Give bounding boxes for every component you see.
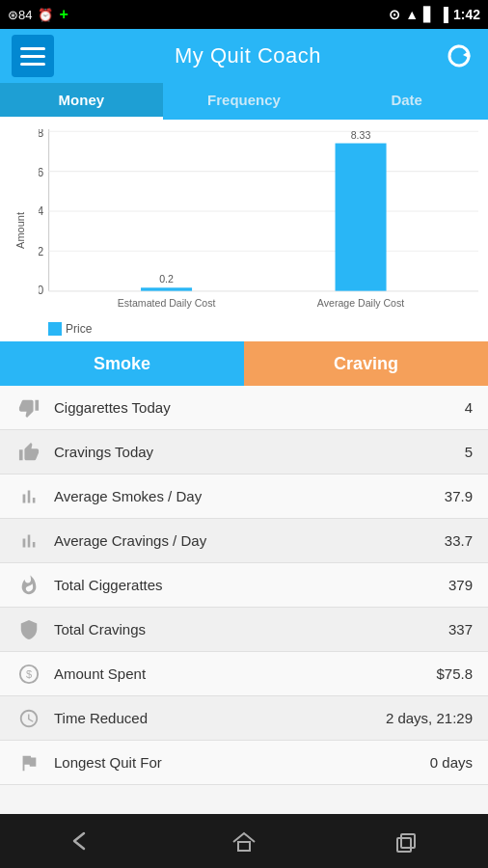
stat-row-avg-cravings: Average Cravings / Day 33.7: [0, 519, 488, 563]
flag-icon: [15, 749, 42, 776]
bar-average: [336, 144, 387, 291]
stat-row-total-cigarettes: Total Ciggerattes 379: [0, 563, 488, 608]
stat-label-cravings-today: Cravings Today: [54, 444, 465, 460]
stat-value-avg-smokes: 37.9: [445, 488, 473, 504]
status-time: 1:42: [453, 7, 480, 22]
svg-text:0.2: 0.2: [159, 272, 174, 284]
stat-row-cigarettes-today: Ciggarettes Today 4: [0, 386, 488, 430]
menu-button[interactable]: [12, 35, 54, 77]
smoke-craving-toggle: Smoke Craving: [0, 341, 488, 386]
stat-value-time-reduced: 2 days, 21:29: [386, 710, 473, 726]
stat-row-cravings-today: Cravings Today 5: [0, 430, 488, 475]
legend-label: Price: [66, 322, 92, 336]
chart-y-label: Amount: [14, 212, 26, 249]
tabs-bar: Money Frequency Date: [0, 83, 488, 120]
stat-row-longest-quit: Longest Quit For 0 days: [0, 741, 488, 785]
stat-row-time-reduced: Time Reduced 2 days, 21:29: [0, 696, 488, 741]
recent-button[interactable]: [378, 822, 436, 860]
status-bar-right: ⊙ ▲ ▋ ▐ 1:42: [389, 7, 480, 22]
svg-text:0: 0: [39, 284, 44, 297]
status-icon-alarm: ⏰: [38, 8, 53, 22]
stat-value-total-cravings: 337: [448, 621, 473, 637]
back-button[interactable]: [52, 822, 110, 860]
smoke-toggle-button[interactable]: Smoke: [0, 341, 244, 386]
svg-marker-0: [463, 51, 469, 58]
stat-label-avg-smokes: Average Smokes / Day: [54, 488, 445, 504]
status-battery-icon: ▐: [439, 7, 448, 22]
tab-money[interactable]: Money: [0, 83, 163, 120]
header: My Quit Coach: [0, 29, 488, 83]
status-bar: ⊛84 ⏰ + ⊙ ▲ ▋ ▐ 1:42: [0, 0, 488, 29]
craving-toggle-button[interactable]: Craving: [244, 341, 488, 386]
status-icon-plus: +: [59, 6, 68, 23]
svg-text:$: $: [26, 667, 32, 679]
stat-value-longest-quit: 0 days: [430, 754, 473, 771]
stats-list: Ciggarettes Today 4 Cravings Today 5 Ave…: [0, 386, 488, 785]
stat-row-amount-spent: $ Amount Spent $75.8: [0, 652, 488, 696]
stat-label-avg-cravings: Average Cravings / Day: [54, 532, 445, 549]
menu-line-2: [20, 55, 45, 58]
svg-text:2: 2: [39, 244, 44, 258]
svg-rect-19: [238, 842, 250, 851]
svg-text:6: 6: [39, 166, 44, 179]
stat-value-total-cigarettes: 379: [448, 577, 473, 593]
home-button[interactable]: [215, 822, 273, 860]
refresh-button[interactable]: [442, 39, 476, 73]
thumbs-up-icon: [15, 439, 42, 466]
svg-text:8: 8: [39, 129, 44, 140]
stat-row-total-cravings: Total Cravings 337: [0, 608, 488, 652]
recent-apps-icon: [393, 829, 421, 853]
coin-icon: $: [15, 661, 42, 688]
status-wifi-icon: ▲: [405, 7, 419, 22]
refresh-icon: [445, 41, 474, 70]
svg-rect-20: [401, 834, 415, 848]
svg-text:4: 4: [39, 204, 44, 218]
stat-label-longest-quit: Longest Quit For: [54, 754, 430, 771]
stat-value-cravings-today: 5: [465, 444, 473, 460]
menu-line-3: [20, 63, 45, 66]
status-clock-icon: ⊙: [389, 7, 400, 22]
stat-label-cigarettes-today: Ciggarettes Today: [54, 399, 465, 416]
svg-text:8.33: 8.33: [351, 129, 371, 141]
legend-color-box: [48, 322, 62, 336]
stat-value-avg-cravings: 33.7: [445, 532, 473, 549]
stat-value-cigarettes-today: 4: [465, 399, 473, 416]
home-icon: [230, 829, 258, 853]
status-signal-icon: ▋: [423, 7, 434, 22]
shield-icon: [15, 616, 42, 643]
bar-chart-icon-smokes: [15, 483, 42, 510]
clock-reduced-icon: [15, 705, 42, 732]
stat-row-avg-smokes: Average Smokes / Day 37.9: [0, 475, 488, 519]
svg-text:Estamated Daily Cost: Estamated Daily Cost: [118, 297, 216, 309]
svg-text:Average Daily Cost: Average Daily Cost: [317, 297, 404, 309]
bar-estimated: [141, 287, 192, 290]
chart-legend: Price: [48, 322, 92, 336]
stat-label-total-cravings: Total Cravings: [54, 621, 448, 637]
stat-value-amount-spent: $75.8: [436, 665, 473, 682]
svg-rect-21: [397, 838, 411, 852]
menu-line-1: [20, 47, 45, 50]
chart-container: Amount 0 2 4 6 8 0.2 Estamated Daily Cos…: [0, 120, 488, 341]
status-icon-84: ⊛84: [8, 8, 32, 22]
status-bar-left: ⊛84 ⏰ +: [8, 6, 68, 23]
stat-label-total-cigarettes: Total Ciggerattes: [54, 577, 448, 593]
thumbs-down-icon: [15, 394, 42, 421]
tab-frequency[interactable]: Frequency: [163, 83, 326, 120]
flame-icon: [15, 572, 42, 599]
app-title: My Quit Coach: [175, 43, 321, 68]
bar-chart: 0 2 4 6 8 0.2 Estamated Daily Cost 8.33 …: [39, 129, 478, 312]
back-arrow-icon: [67, 829, 95, 853]
stat-label-amount-spent: Amount Spent: [54, 665, 436, 682]
tab-date[interactable]: Date: [325, 83, 488, 120]
bottom-nav: [0, 814, 488, 868]
bar-chart-icon-cravings: [15, 528, 42, 555]
stat-label-time-reduced: Time Reduced: [54, 710, 386, 726]
